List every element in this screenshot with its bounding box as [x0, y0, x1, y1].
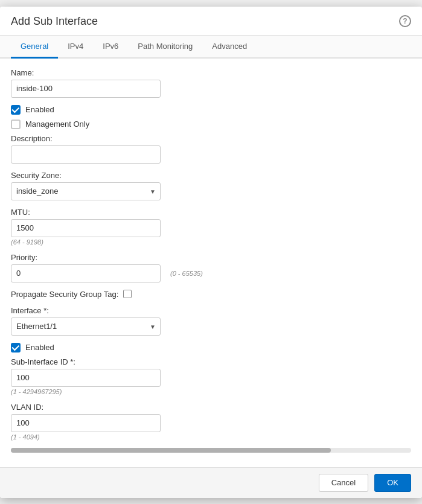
add-sub-interface-dialog: Add Sub Interface ? General IPv4 IPv6 Pa…	[0, 7, 422, 498]
priority-group: Priority: (0 - 65535)	[11, 253, 411, 282]
sub-interface-id-label: Sub-Interface ID *:	[11, 357, 411, 366]
mtu-group: MTU: (64 - 9198)	[11, 208, 411, 246]
vlan-id-group: VLAN ID: (1 - 4094)	[11, 403, 411, 441]
security-zone-group: Security Zone: inside_zone ▼	[11, 171, 411, 200]
interface-enabled-row: Enabled	[11, 343, 411, 352]
name-input[interactable]	[11, 80, 161, 98]
interface-wrapper: Ethernet1/1 ▼	[11, 317, 161, 336]
mtu-input[interactable]	[11, 219, 161, 237]
tab-advanced[interactable]: Advanced	[202, 36, 257, 59]
sub-interface-id-input[interactable]	[11, 369, 161, 387]
ok-button[interactable]: OK	[374, 474, 411, 492]
interface-group: Interface *: Ethernet1/1 ▼	[11, 306, 411, 336]
interface-enabled-checkbox[interactable]	[11, 343, 21, 352]
dialog-header: Add Sub Interface ?	[0, 7, 422, 36]
dialog-body: Name: Enabled Management Only Descriptio…	[0, 59, 422, 467]
enabled-row: Enabled	[11, 105, 411, 115]
vlan-id-input[interactable]	[11, 414, 161, 432]
mtu-hint: (64 - 9198)	[11, 238, 411, 246]
scrollbar-thumb	[11, 448, 331, 453]
propagate-checkbox[interactable]	[123, 290, 132, 298]
priority-row: (0 - 65535)	[11, 264, 411, 282]
priority-label: Priority:	[11, 253, 411, 262]
help-icon[interactable]: ?	[399, 15, 411, 27]
description-input[interactable]	[11, 145, 161, 164]
tab-bar: General IPv4 IPv6 Path Monitoring Advanc…	[0, 36, 422, 59]
management-only-row: Management Only	[11, 120, 411, 129]
description-group: Description:	[11, 134, 411, 164]
enabled-checkbox[interactable]	[11, 105, 21, 115]
mtu-label: MTU:	[11, 208, 411, 217]
tab-general[interactable]: General	[11, 36, 58, 59]
horizontal-scrollbar[interactable]	[11, 448, 411, 453]
name-group: Name:	[11, 68, 411, 98]
management-only-label: Management Only	[25, 120, 89, 129]
dialog-title: Add Sub Interface	[11, 15, 98, 28]
sub-interface-id-hint: (1 - 4294967295)	[11, 388, 411, 395]
interface-select[interactable]: Ethernet1/1	[11, 317, 161, 336]
tab-ipv4[interactable]: IPv4	[58, 36, 93, 59]
name-label: Name:	[11, 68, 411, 77]
management-only-checkbox[interactable]	[11, 120, 21, 129]
priority-input[interactable]	[11, 264, 161, 282]
description-label: Description:	[11, 134, 411, 143]
security-zone-label: Security Zone:	[11, 171, 411, 180]
vlan-id-hint: (1 - 4094)	[11, 433, 411, 441]
security-zone-wrapper: inside_zone ▼	[11, 182, 161, 200]
enabled-label: Enabled	[25, 105, 54, 114]
priority-hint: (0 - 65535)	[170, 270, 203, 277]
sub-interface-id-group: Sub-Interface ID *: (1 - 4294967295)	[11, 357, 411, 395]
cancel-button[interactable]: Cancel	[319, 474, 368, 492]
vlan-id-label: VLAN ID:	[11, 403, 411, 412]
tab-path-monitoring[interactable]: Path Monitoring	[128, 36, 202, 59]
security-zone-select[interactable]: inside_zone	[11, 182, 161, 200]
propagate-label: Propagate Security Group Tag:	[11, 290, 118, 299]
tab-ipv6[interactable]: IPv6	[93, 36, 128, 59]
interface-label: Interface *:	[11, 306, 411, 315]
dialog-footer: Cancel OK	[0, 467, 422, 498]
interface-enabled-label: Enabled	[25, 343, 54, 352]
propagate-row: Propagate Security Group Tag:	[11, 290, 411, 299]
